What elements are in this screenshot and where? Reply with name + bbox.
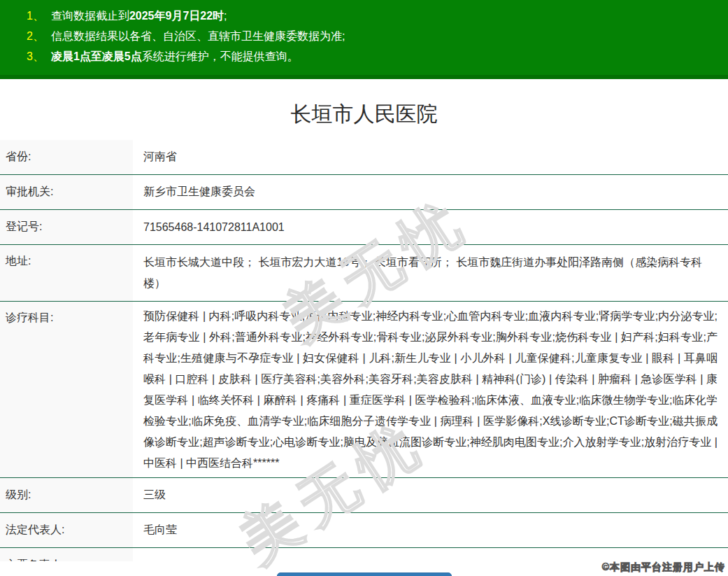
field-value: 预防保健科 | 内科;呼吸内科专业;消化内科专业;神经内科专业;心血管内科专业;… <box>133 302 728 477</box>
field-label: 地址: <box>0 245 133 301</box>
info-row-province: 省份: 河南省 <box>0 140 728 174</box>
info-row-clipped: 主要负责人: <box>0 547 728 561</box>
field-value: 新乡市卫生健康委员会 <box>133 175 728 209</box>
notice-text-bold: 凌晨1点至凌晨5点 <box>51 50 142 62</box>
field-value: 河南省 <box>133 140 728 174</box>
page-title: 长垣市人民医院 <box>0 100 728 128</box>
hospital-info-table: 省份: 河南省 审批机关: 新乡市卫生健康委员会 登记号: 71565468-1… <box>0 140 728 561</box>
info-row-level: 级别: 三级 <box>0 477 728 512</box>
notice-text: 信息数据结果以各省、自治区、直辖市卫生健康委数据为准; <box>51 30 345 42</box>
field-label: 级别: <box>0 478 133 512</box>
notice-number: 3、 <box>27 50 44 62</box>
notice-number: 2、 <box>27 30 44 42</box>
notice-line: 2、信息数据结果以各省、自治区、直辖市卫生健康委数据为准; <box>27 26 721 46</box>
field-label: 法定代表人: <box>0 513 133 547</box>
notice-number: 1、 <box>27 10 44 22</box>
field-label: 省份: <box>0 140 133 174</box>
field-label: 主要负责人: <box>0 548 133 561</box>
field-value: 71565468-141072811A1001 <box>133 210 728 244</box>
field-value: 毛向莹 <box>133 513 728 547</box>
footer-credit: ©本图由平台注册用户上传 <box>602 561 725 574</box>
info-row-approval-authority: 审批机关: 新乡市卫生健康委员会 <box>0 174 728 209</box>
field-value <box>133 548 728 561</box>
notice-line: 3、凌晨1点至凌晨5点系统进行维护，不能提供查询。 <box>27 46 721 66</box>
info-row-address: 地址: 长垣市长城大道中段； 长垣市宏力大道16号； 长垣市看守所； 长垣市魏庄… <box>0 244 728 301</box>
hospital-detail-page: 1、查询数据截止到2025年9月7日22时; 2、信息数据结果以各省、自治区、直… <box>0 0 728 576</box>
notice-text-bold: 2025年9月7日22时 <box>129 10 224 22</box>
info-row-registration-number: 登记号: 71565468-141072811A1001 <box>0 209 728 244</box>
field-value: 长垣市长城大道中段； 长垣市宏力大道16号； 长垣市看守所； 长垣市魏庄街道办事… <box>133 245 728 301</box>
info-row-legal-representative: 法定代表人: 毛向莹 <box>0 512 728 547</box>
info-row-medical-subjects: 诊疗科目: 预防保健科 | 内科;呼吸内科专业;消化内科专业;神经内科专业;心血… <box>0 301 728 477</box>
field-value: 三级 <box>133 478 728 512</box>
field-label: 诊疗科目: <box>0 302 133 477</box>
notice-text: 查询数据截止到 <box>51 10 129 22</box>
field-label: 登记号: <box>0 210 133 244</box>
close-window-button[interactable]: 〖关闭窗口〗 <box>277 573 452 576</box>
notice-banner: 1、查询数据截止到2025年9月7日22时; 2、信息数据结果以各省、自治区、直… <box>0 0 728 79</box>
notice-text: ; <box>224 10 227 22</box>
notice-line: 1、查询数据截止到2025年9月7日22时; <box>27 6 721 26</box>
notice-text: 系统进行维护，不能提供查询。 <box>142 50 299 62</box>
field-label: 审批机关: <box>0 175 133 209</box>
